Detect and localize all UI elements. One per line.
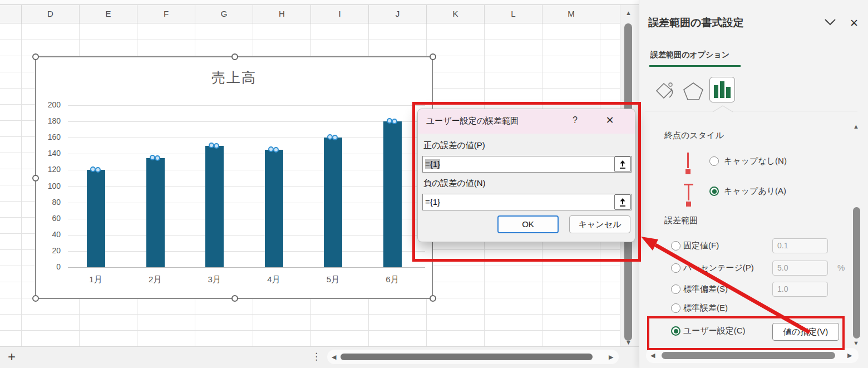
pane-scroll-right-icon[interactable]: ▶ <box>847 352 852 359</box>
cancel-button[interactable]: キャンセル <box>569 215 630 233</box>
scroll-right-icon[interactable]: ▶ <box>609 354 613 360</box>
bar-2月[interactable] <box>146 158 165 267</box>
collapse-arrow-icon <box>617 197 628 208</box>
collapse-dialog-button[interactable] <box>614 156 631 172</box>
bar-1月[interactable] <box>87 170 105 267</box>
column-header-K[interactable]: K <box>426 5 484 23</box>
chart-gridline <box>68 235 425 235</box>
column-header-H[interactable]: H <box>253 5 310 23</box>
effects-icon[interactable] <box>683 81 704 104</box>
bar-4月[interactable] <box>265 150 283 267</box>
error-amount-heading: 誤差範囲 <box>664 215 698 226</box>
collapse-dialog-button[interactable] <box>614 194 631 210</box>
dialog-titlebar[interactable]: ユーザー設定の誤差範囲 ? ✕ <box>418 109 635 134</box>
y-axis-tick: 100 <box>36 181 61 190</box>
pane-hscroll-thumb[interactable] <box>662 352 835 359</box>
radio-percentage-label[interactable]: パーセンテージ(P) <box>683 263 754 273</box>
y-axis-tick: 80 <box>36 198 61 207</box>
formula-bar-edge <box>0 0 639 5</box>
column-header-E[interactable]: E <box>79 5 137 23</box>
x-axis-label: 3月 <box>192 274 236 285</box>
tab-error-bar-options[interactable]: 誤差範囲のオプション <box>650 50 729 60</box>
selected-tab-notch <box>712 105 734 115</box>
column-header-J[interactable]: J <box>368 5 426 23</box>
y-axis-tick: 40 <box>36 230 61 239</box>
column-header-L[interactable]: L <box>484 5 542 23</box>
radio-cap-with-label[interactable]: キャップあり(A) <box>724 186 786 197</box>
chart-resize-handle[interactable] <box>430 53 436 60</box>
chart-resize-handle[interactable] <box>32 53 39 60</box>
help-icon[interactable]: ? <box>573 115 578 125</box>
bar-3月[interactable] <box>205 146 224 267</box>
column-header-I[interactable]: I <box>310 5 368 23</box>
column-header-D[interactable]: D <box>21 5 79 23</box>
chart-gridline <box>68 267 425 268</box>
divider <box>645 111 857 111</box>
pane-scroll-down-icon[interactable]: ▼ <box>853 340 859 346</box>
chevron-down-icon[interactable] <box>824 18 836 28</box>
scroll-down-icon[interactable]: ▼ <box>625 340 632 346</box>
radio-std-error-label[interactable]: 標準誤差(E) <box>683 303 728 313</box>
y-axis-tick: 60 <box>36 214 61 223</box>
negative-error-value: ={1} <box>425 197 440 207</box>
radio-std-deviation[interactable] <box>671 284 680 294</box>
column-header-G[interactable]: G <box>195 5 253 23</box>
ok-button[interactable]: OK <box>497 215 559 233</box>
bar-5月[interactable] <box>324 138 342 267</box>
chart-object[interactable]: 売上高 0204060801001201401601802001月2月3月4月5… <box>35 56 433 299</box>
custom-error-bars-dialog[interactable]: ユーザー設定の誤差範囲 ? ✕ 正の誤差の値(P) ={1} 負の誤差の値(N)… <box>417 109 635 242</box>
percentage-input: 5.0 <box>772 261 828 276</box>
pane-vscroll-thumb[interactable] <box>853 207 860 338</box>
chart-resize-handle[interactable] <box>430 295 436 302</box>
x-axis-label: 4月 <box>251 274 296 285</box>
bar-6月[interactable] <box>383 121 402 267</box>
positive-error-input[interactable]: ={1} <box>422 156 632 173</box>
x-axis-label: 5月 <box>310 274 355 285</box>
radio-custom[interactable] <box>671 326 680 336</box>
chart-plot: 0204060801001201401601802001月2月3月4月5月6月 <box>36 57 432 298</box>
fill-line-icon[interactable] <box>655 81 675 102</box>
radio-cap-none[interactable] <box>709 156 719 166</box>
y-axis-tick: 140 <box>36 149 61 158</box>
x-axis-label: 6月 <box>370 274 415 285</box>
pane-scroll-up-icon[interactable]: ▲ <box>853 124 859 130</box>
specify-value-button[interactable]: 値の指定(V) <box>772 323 839 341</box>
collapse-arrow-icon <box>617 159 628 170</box>
radio-percentage[interactable] <box>671 263 680 273</box>
radio-custom-label[interactable]: ユーザー設定(C) <box>683 326 746 336</box>
y-axis-tick: 200 <box>36 100 61 109</box>
radio-std-deviation-label[interactable]: 標準偏差(S) <box>683 284 728 295</box>
chart-resize-handle[interactable] <box>32 295 39 302</box>
sheet-horizontal-scrollbar[interactable]: ◀ ▶ <box>327 350 619 364</box>
radio-fixed-value[interactable] <box>671 241 680 251</box>
splitter-handle-icon[interactable]: ⋮ <box>312 351 321 362</box>
close-icon[interactable]: ✕ <box>850 17 859 30</box>
column-header-M[interactable]: M <box>542 5 600 23</box>
tab-underline <box>649 65 741 67</box>
scroll-up-icon[interactable]: ▲ <box>625 10 632 16</box>
gridline <box>0 330 621 331</box>
scroll-left-icon[interactable]: ◀ <box>332 354 336 360</box>
column-headers: DEFGHIJKLM <box>0 5 639 23</box>
y-axis-tick: 20 <box>36 246 61 255</box>
radio-std-error[interactable] <box>671 303 680 313</box>
radio-cap-with[interactable] <box>709 187 719 196</box>
add-sheet-button[interactable]: + <box>8 349 16 365</box>
error-bar-handle[interactable] <box>273 147 279 153</box>
chart-resize-handle[interactable] <box>231 53 238 60</box>
error-bar-handle[interactable] <box>155 155 160 161</box>
chart-resize-handle[interactable] <box>231 295 238 302</box>
error-bar-options-icon[interactable] <box>709 77 735 102</box>
radio-cap-none-label[interactable]: キャップなし(N) <box>724 156 787 166</box>
column-header-F[interactable]: F <box>137 5 195 23</box>
pane-scroll-left-icon[interactable]: ◀ <box>650 352 655 359</box>
close-icon[interactable]: ✕ <box>601 114 618 126</box>
y-axis-tick: 0 <box>36 262 61 271</box>
error-bar-handle[interactable] <box>214 143 219 149</box>
chart-resize-handle[interactable] <box>32 175 39 181</box>
chart-gridline <box>68 187 425 187</box>
pane-horizontal-scrollbar[interactable]: ◀ ▶ <box>646 348 859 363</box>
radio-fixed-value-label[interactable]: 固定値(F) <box>683 241 719 251</box>
negative-error-input[interactable]: ={1} <box>422 194 632 210</box>
sheet-hscroll-thumb[interactable] <box>341 354 593 360</box>
